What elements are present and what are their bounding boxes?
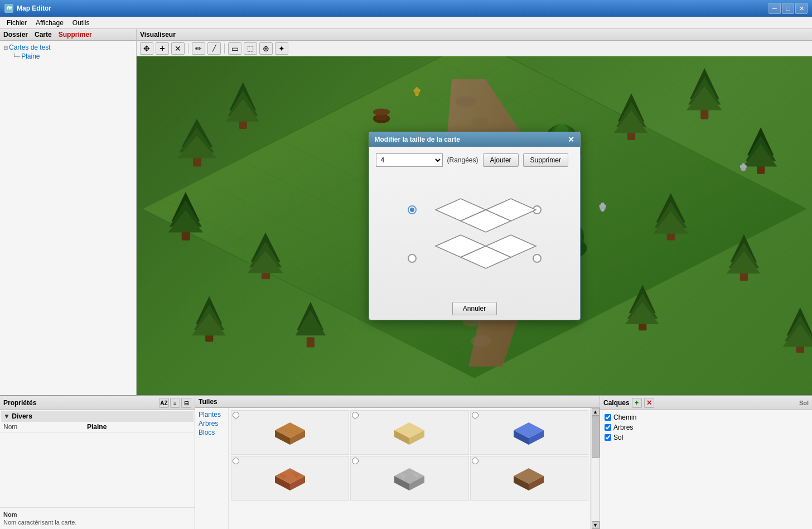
tile-dark-brown-svg bbox=[514, 466, 544, 491]
menu-affichage[interactable]: Affichage bbox=[31, 18, 68, 28]
layers-panel: Calques + ✕ Sol Chemin Arbres Sol bbox=[600, 396, 812, 529]
table-row: Nom Plaine bbox=[1, 422, 194, 432]
prop-sort-cat-btn[interactable]: ≡ bbox=[170, 398, 180, 408]
modal-footer: Annuler bbox=[369, 297, 580, 320]
tree-root-label: Cartes de test bbox=[9, 44, 51, 51]
layer-item-sol[interactable]: Sol bbox=[602, 432, 810, 443]
layer-add-button[interactable]: + bbox=[632, 398, 642, 408]
modal-cancel-button[interactable]: Annuler bbox=[452, 302, 497, 315]
layer-checkbox-chemin[interactable] bbox=[605, 414, 611, 421]
app-title: Map Editor bbox=[17, 4, 51, 12]
elements-panel: Dossier Carte Supprimer ⊟ Cartes de test… bbox=[0, 29, 137, 395]
menu-fichier[interactable]: Fichier bbox=[2, 18, 31, 28]
elements-supprimer[interactable]: Supprimer bbox=[59, 31, 92, 39]
layer-item-chemin[interactable]: Chemin bbox=[602, 412, 810, 422]
elements-header: Dossier Carte Supprimer bbox=[0, 29, 136, 41]
tiles-tree-arbres[interactable]: Arbres bbox=[197, 419, 226, 428]
menu-outils[interactable]: Outils bbox=[68, 18, 94, 28]
tree-collapse-icon[interactable]: ⊟ bbox=[3, 45, 8, 51]
tile-cell-dark-brown[interactable] bbox=[470, 456, 588, 501]
layer-item-arbres[interactable]: Arbres bbox=[602, 422, 810, 432]
layers-header: Calques + ✕ Sol bbox=[600, 396, 812, 410]
tile-sand-svg bbox=[394, 420, 425, 445]
layer-label-arbres: Arbres bbox=[613, 424, 633, 431]
tree-leaf-icon: └─ bbox=[12, 54, 20, 60]
tiles-grid-container: ▲ ▼ bbox=[229, 408, 600, 529]
tool-pencil[interactable]: ✏ bbox=[192, 42, 205, 55]
tree-view: ⊟ Cartes de test └─ Plaine bbox=[0, 41, 136, 395]
elements-dossier[interactable]: Dossier bbox=[3, 31, 28, 39]
tool-move[interactable]: ✥ bbox=[140, 42, 153, 55]
tiles-scrollbar[interactable]: ▲ ▼ bbox=[591, 408, 600, 529]
title-bar: 🗺 Map Editor ─ □ ✕ bbox=[0, 0, 812, 17]
tiles-title: Tuiles bbox=[199, 398, 218, 406]
tile-radio-orange-stone[interactable] bbox=[233, 458, 239, 464]
svg-point-120 bbox=[533, 254, 541, 262]
modal-add-button[interactable]: Ajouter bbox=[483, 153, 519, 167]
properties-header: Propriétés AZ ≡ ⊟ bbox=[0, 396, 195, 410]
modal-close-icon[interactable]: ✕ bbox=[568, 135, 574, 144]
visualizer-header: Visualiseur bbox=[137, 29, 812, 41]
tree-child-label: Plaine bbox=[21, 52, 40, 60]
layer-checkbox-arbres[interactable] bbox=[605, 424, 611, 431]
tool-rect[interactable]: ▭ bbox=[228, 42, 241, 55]
diamond-grid-svg bbox=[397, 185, 553, 280]
layers-list: Chemin Arbres Sol bbox=[600, 410, 812, 529]
tile-gray-svg bbox=[394, 466, 425, 491]
scroll-up-btn[interactable]: ▲ bbox=[592, 408, 600, 416]
tile-radio-blue[interactable] bbox=[472, 412, 478, 419]
prop-sort-alpha-btn[interactable]: AZ bbox=[159, 398, 169, 408]
tool-separator-1 bbox=[188, 44, 188, 54]
tool-select[interactable]: ⬚ bbox=[244, 42, 257, 55]
layers-header-left: Calques + ✕ bbox=[603, 398, 654, 408]
main-layout: Dossier Carte Supprimer ⊟ Cartes de test… bbox=[0, 29, 812, 529]
tile-radio-gray-stone[interactable] bbox=[352, 458, 359, 464]
prop-extra-btn[interactable]: ⊟ bbox=[181, 398, 191, 408]
properties-panel: Propriétés AZ ≡ ⊟ ▼ Divers bbox=[0, 396, 195, 529]
tree-root-item[interactable]: ⊟ Cartes de test bbox=[2, 43, 134, 52]
prop-spacer bbox=[0, 434, 195, 507]
modal-row-top: 1234 5678 (Rangées) Ajouter Supprimer bbox=[376, 153, 573, 167]
top-section: Dossier Carte Supprimer ⊟ Cartes de test… bbox=[0, 29, 812, 395]
minimize-button[interactable]: ─ bbox=[768, 3, 781, 14]
scroll-down-btn[interactable]: ▼ bbox=[592, 521, 600, 529]
tile-cell-sand[interactable] bbox=[350, 410, 468, 455]
tool-transform[interactable]: ✦ bbox=[275, 42, 288, 55]
tile-cell-orange-stone[interactable] bbox=[231, 456, 349, 501]
tile-cell-blue[interactable] bbox=[470, 410, 588, 455]
prop-section-triangle: ▼ bbox=[3, 412, 12, 420]
tile-blue-svg bbox=[514, 420, 544, 445]
visualizer-title: Visualiseur bbox=[140, 31, 176, 39]
tiles-tree-blocs[interactable]: Blocs bbox=[197, 428, 226, 437]
layer-delete-button[interactable]: ✕ bbox=[644, 398, 654, 408]
prop-description: Nom Nom caractérisant la carte. bbox=[0, 507, 195, 529]
tile-cell-brown[interactable] bbox=[231, 410, 349, 455]
tool-layers[interactable]: ⊕ bbox=[259, 42, 273, 55]
diamond-area bbox=[376, 174, 573, 291]
elements-carte[interactable]: Carte bbox=[35, 31, 52, 39]
tool-add[interactable]: + bbox=[156, 42, 169, 55]
layer-checkbox-sol[interactable] bbox=[605, 434, 611, 441]
tool-separator-2 bbox=[224, 44, 225, 54]
layers-title: Calques bbox=[603, 399, 630, 407]
modal-rows-label: (Rangées) bbox=[447, 156, 478, 164]
app-icon: 🗺 bbox=[4, 4, 13, 13]
tree-child-plaine[interactable]: └─ Plaine bbox=[11, 52, 134, 61]
tile-radio-brown[interactable] bbox=[233, 412, 239, 419]
prop-section-label: Divers bbox=[12, 412, 32, 420]
tool-line[interactable]: ╱ bbox=[207, 42, 221, 55]
scroll-thumb[interactable] bbox=[592, 416, 600, 458]
tile-radio-sand[interactable] bbox=[352, 412, 359, 419]
tile-cell-gray-stone[interactable] bbox=[350, 456, 468, 501]
prop-nom-value: Plaine bbox=[85, 422, 194, 432]
tile-radio-dark-brown[interactable] bbox=[472, 458, 478, 464]
tiles-tree: Plantes Arbres Blocs bbox=[195, 408, 229, 529]
tool-delete[interactable]: ✕ bbox=[171, 42, 185, 55]
tiles-panel: Tuiles Plantes Arbres Blocs bbox=[195, 396, 600, 529]
modal-delete-button[interactable]: Supprimer bbox=[523, 153, 568, 167]
restore-button[interactable]: □ bbox=[782, 3, 794, 14]
map-canvas[interactable]: Modifier la taille de la carte ✕ 1234 56… bbox=[137, 56, 812, 395]
modal-rows-select[interactable]: 1234 5678 bbox=[376, 153, 443, 167]
close-button[interactable]: ✕ bbox=[795, 3, 808, 14]
tiles-tree-plantes[interactable]: Plantes bbox=[197, 410, 226, 419]
